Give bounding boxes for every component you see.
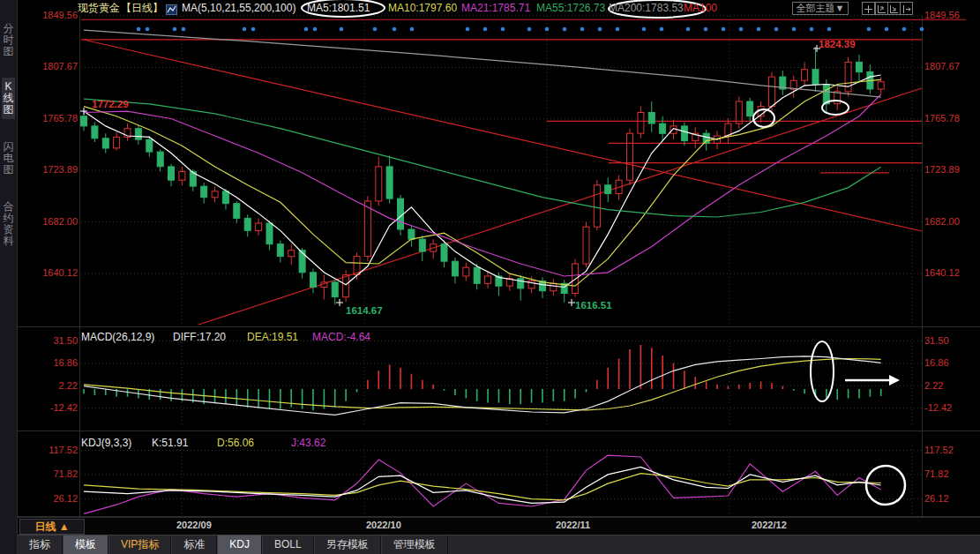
sidebar-item-lightning[interactable]: 闪电图 — [2, 141, 15, 176]
kdj-j-value: J:43.62 — [291, 437, 325, 449]
toolbar-item-manage-template[interactable]: 管理模板 — [381, 535, 448, 554]
price-tick-label: 1640.12 — [34, 267, 78, 279]
kdj-d-value: D:56.06 — [217, 437, 254, 449]
price-tick-label: 1682.00 — [34, 216, 78, 228]
macd-hist-value: MACD:-4.64 — [312, 331, 370, 343]
kline-icon — [166, 3, 177, 19]
ma100-label: MA100 — [684, 2, 717, 14]
kdj-title: KDJ(9,3,3) — [81, 437, 131, 449]
kdj-tick-label: 117.52 — [34, 445, 78, 456]
period-label: 日线 — [34, 520, 56, 533]
collapse-right-icon[interactable] — [900, 2, 913, 15]
kdj-tick-label: 71.82 — [924, 468, 972, 480]
trading-app: { "header": { "symbol": "现货黄金", "period_… — [0, 0, 980, 554]
collapse-arrow-icon: ▲ — [59, 520, 70, 533]
macd-tick-label: -12.42 — [924, 402, 972, 414]
macd-tick-label: 31.50 — [924, 335, 972, 347]
crosshair-icon[interactable] — [862, 2, 875, 15]
toolbar-item-templates[interactable]: 模板 — [63, 535, 108, 554]
toolbar-item-standard[interactable]: 标准 — [171, 535, 217, 554]
macd-diff-value: DIFF:17.20 — [173, 331, 226, 343]
price-tick-label: 1723.89 — [924, 164, 972, 176]
y-axis-scale-icon[interactable] — [875, 2, 888, 15]
price-tick-label: 1640.12 — [924, 267, 972, 279]
kdj-tick-label: 26.12 — [34, 493, 78, 505]
price-tick-label: 1807.67 — [34, 61, 78, 72]
period-tag: 【日线】 — [121, 2, 163, 14]
price-tick-label: 1849.56 — [924, 10, 972, 21]
ma21-value: MA21:1785.71 — [461, 2, 530, 14]
sidebar-item-contract-info[interactable]: 合约资料 — [2, 201, 15, 247]
date-tick-label: 2022/11 — [556, 520, 590, 530]
date-axis-strip: 日线 ▲ — [17, 517, 980, 535]
macd-tick-label: -12.42 — [34, 402, 78, 414]
price-tick-label: 1682.00 — [924, 216, 972, 228]
toolbar-item-indicators[interactable]: 指标 — [17, 535, 63, 554]
indicator-toolbar: 指标 模板 VIP指标 标准 KDJ BOLL 另存模板 管理模板 — [17, 535, 980, 554]
price-tick-label: 1807.67 — [924, 61, 972, 72]
ma-group-label: MA(5,10,21,55,200,100) — [182, 2, 295, 14]
sidebar-item-timeshare[interactable]: 分时图 — [2, 23, 15, 57]
date-tick-label: 2022/09 — [176, 520, 212, 530]
symbol-title: 现货黄金 — [78, 2, 120, 14]
macd-dea-value: DEA:19.51 — [247, 331, 298, 343]
ma5-value: MA5:1801.51 — [307, 2, 370, 14]
price-tick-label: 1723.89 — [34, 164, 78, 176]
kdj-tick-label: 26.12 — [924, 493, 972, 505]
macd-tick-label: 2.22 — [34, 380, 78, 392]
svg-text:1616.51: 1616.51 — [575, 300, 612, 311]
svg-text:1614.67: 1614.67 — [346, 305, 383, 316]
toolbar-item-vip-indicators[interactable]: VIP指标 — [108, 535, 171, 554]
macd-tick-label: 16.86 — [34, 357, 78, 369]
chart-canvas[interactable]: 1772.291614.671616.511824.39 — [0, 0, 980, 554]
ma55-value: MA55:1726.73 — [536, 2, 605, 14]
macd-title: MACD(26,12,9) — [81, 331, 154, 343]
ma200-value: MA200:1783.53 — [609, 2, 684, 14]
ma10-value: MA10:1797.60 — [388, 2, 457, 14]
x-axis-scale-icon[interactable] — [887, 2, 901, 15]
kdj-tick-label: 117.52 — [924, 445, 972, 456]
svg-text:1824.39: 1824.39 — [819, 39, 856, 49]
sidebar-item-kline[interactable]: K线图 — [2, 78, 15, 119]
toolbar-item-boll[interactable]: BOLL — [262, 535, 314, 554]
toolbar-item-kdj[interactable]: KDJ — [217, 535, 262, 554]
date-tick-label: 2022/10 — [366, 520, 401, 530]
macd-tick-label: 2.22 — [924, 380, 972, 392]
macd-tick-label: 31.50 — [34, 335, 78, 347]
sidebar: 分时图 K线图 闪电图 合约资料 — [0, 0, 18, 554]
svg-text:1772.29: 1772.29 — [92, 99, 129, 109]
date-tick-label: 2022/12 — [752, 520, 787, 530]
theme-dropdown-button[interactable]: 全部主题▼ — [792, 2, 849, 15]
period-selector-tab[interactable]: 日线 ▲ — [19, 519, 85, 535]
price-tick-label: 1765.78 — [924, 113, 972, 124]
kdj-tick-label: 71.82 — [34, 468, 78, 480]
macd-tick-label: 16.86 — [924, 357, 972, 369]
price-tick-label: 1849.56 — [34, 10, 78, 21]
price-tick-label: 1765.78 — [34, 113, 78, 124]
toolbar-item-save-template[interactable]: 另存模板 — [314, 535, 381, 554]
kdj-k-value: K:51.91 — [152, 437, 188, 449]
